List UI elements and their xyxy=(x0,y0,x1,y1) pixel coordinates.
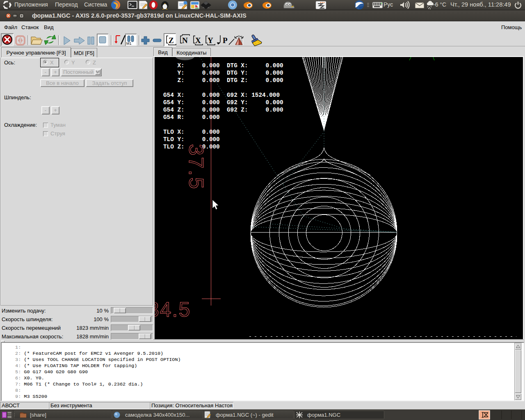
svg-text:37.5: 37.5 xyxy=(185,144,208,190)
svg-text:Z: Z xyxy=(169,36,174,45)
svg-text:M1: M1 xyxy=(126,41,132,46)
svg-text:P: P xyxy=(223,36,228,45)
svg-text:34.5: 34.5 xyxy=(155,298,191,321)
svg-text:N: N xyxy=(182,36,188,45)
svg-text:X: X xyxy=(195,36,201,45)
svg-text:Y: Y xyxy=(208,36,213,45)
